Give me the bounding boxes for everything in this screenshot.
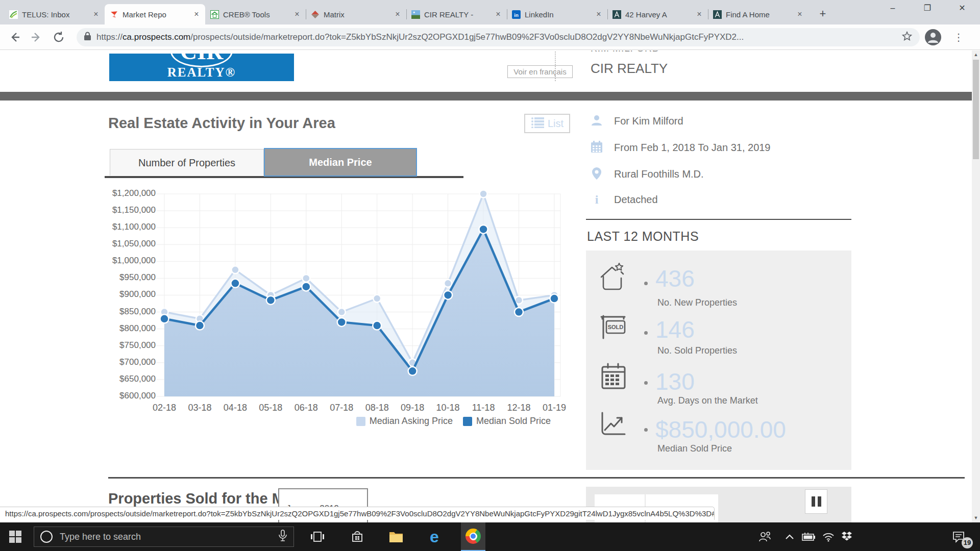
x-axis-label: 12-18 <box>501 403 537 413</box>
report-info-row: For Kim Milford <box>590 114 683 128</box>
stat-bullet <box>644 282 648 285</box>
wifi-icon[interactable] <box>820 522 837 551</box>
x-axis-label: 03-18 <box>182 403 217 413</box>
lock-icon <box>84 32 91 43</box>
tab-median-price[interactable]: Median Price <box>264 148 417 177</box>
windows-taskbar: Type here to search e ENGUS 12:11 PM2019… <box>0 522 980 551</box>
browser-tab-42-harvey-a[interactable]: 42 Harvey A× <box>607 4 708 24</box>
stat-value: 436 <box>655 265 695 292</box>
reload-icon[interactable] <box>52 31 65 44</box>
tab-title: Market Repo <box>122 10 192 19</box>
people-icon[interactable] <box>754 522 775 551</box>
tab-close-icon[interactable]: × <box>795 10 804 19</box>
bookmark-star-icon[interactable] <box>901 31 913 44</box>
dropbox-icon[interactable] <box>838 522 855 551</box>
findahome-favicon <box>713 10 722 19</box>
report-info-text: From Feb 1, 2018 To Jan 31, 2019 <box>614 142 771 154</box>
back-icon[interactable] <box>8 31 21 44</box>
stat-bullet <box>644 381 648 385</box>
tab-title: Matrix <box>324 10 393 19</box>
tab-close-icon[interactable]: × <box>494 10 503 19</box>
y-axis-label: $650,000 <box>77 374 156 384</box>
scrollbar-thumb[interactable] <box>973 60 979 159</box>
x-axis-label: 09-18 <box>395 403 430 413</box>
x-axis-label: 08-18 <box>359 403 395 413</box>
tab-title: 42 Harvey A <box>625 10 695 19</box>
scrollbar-up-icon[interactable]: ▲ <box>972 51 980 59</box>
page-scrollbar[interactable]: ▲ ▼ <box>972 51 980 522</box>
window-close-button[interactable]: ✕ <box>950 0 974 17</box>
legend-item: Median Sold Price <box>463 416 551 427</box>
stat-value: $850,000.00 <box>655 416 786 443</box>
tab-close-icon[interactable]: × <box>91 10 101 19</box>
calendar-icon <box>590 140 604 155</box>
tab-close-icon[interactable]: × <box>393 10 402 19</box>
tab-close-icon[interactable]: × <box>594 10 603 19</box>
browser-tab-creb-tools[interactable]: CREB® Tools× <box>205 4 306 24</box>
legend-item: Median Asking Price <box>356 416 453 427</box>
cortana-icon <box>40 531 53 543</box>
last-12-months-title: LAST 12 MONTHS <box>587 229 699 244</box>
microphone-icon[interactable] <box>278 530 287 544</box>
browser-tab-market-repo[interactable]: Market Repo× <box>105 4 205 24</box>
tab-close-icon[interactable]: × <box>192 10 201 19</box>
tray-chevron-icon[interactable] <box>782 522 797 551</box>
layout-toggle-button[interactable] <box>805 489 827 514</box>
browser-tab-linkedin[interactable]: inLinkedIn× <box>507 4 607 24</box>
task-view-button[interactable] <box>305 522 330 551</box>
x-axis-label: 05-18 <box>253 403 288 413</box>
browser-menu-icon[interactable]: ⋮ <box>953 30 964 45</box>
legend-label: Median Asking Price <box>370 416 453 427</box>
section-divider <box>108 477 965 479</box>
y-axis-label: $1,100,000 <box>77 222 156 232</box>
trend-icon <box>598 408 628 437</box>
window-minimize-button[interactable]: – <box>881 0 904 17</box>
info-icon: i <box>590 192 604 207</box>
tab-title: LinkedIn <box>525 10 594 19</box>
svg-text:in: in <box>514 12 519 17</box>
sidebar-divider <box>586 219 851 220</box>
taskbar-search-placeholder: Type here to search <box>60 532 278 542</box>
address-bar[interactable]: https://ca.prospects.com/prospects/outsi… <box>77 28 920 46</box>
legend-swatch <box>463 417 472 426</box>
taskbar-search-input[interactable]: Type here to search <box>34 527 294 547</box>
stat-label: Avg. Days on the Market <box>657 395 758 406</box>
market-report-page: CIR REALTY® MARKET REPORT Voir en frança… <box>0 51 972 522</box>
x-axis-label: 04-18 <box>217 403 253 413</box>
window-restore-button[interactable]: ❐ <box>916 0 939 17</box>
cir-realty-logo: CIR REALTY® <box>109 54 294 81</box>
stat-value: 130 <box>655 368 695 395</box>
new-tab-button[interactable]: + <box>816 7 830 21</box>
start-button[interactable] <box>0 522 31 551</box>
tab-close-icon[interactable]: × <box>695 10 704 19</box>
list-view-button[interactable]: List <box>524 114 570 133</box>
x-axis-label: 01-19 <box>536 403 572 413</box>
tab-close-icon[interactable]: × <box>292 10 302 19</box>
stat-value: 146 <box>655 316 695 343</box>
linkedin-favicon: in <box>512 10 521 19</box>
chrome-button[interactable] <box>461 522 485 551</box>
header-band <box>0 92 972 101</box>
tab-number-of-properties[interactable]: Number of Properties <box>110 149 264 176</box>
tab-title: TELUS: Inbox <box>22 10 91 19</box>
x-axis-label: 11-18 <box>465 403 501 413</box>
browser-tab-cir-realty[interactable]: CIR REALTY -× <box>406 4 507 24</box>
notification-badge: 19 <box>962 537 973 548</box>
page-title: Real Estate Activity in Your Area <box>108 115 335 132</box>
forward-icon[interactable] <box>30 31 43 44</box>
list-button-label: List <box>548 118 564 130</box>
file-explorer-button[interactable] <box>384 522 408 551</box>
battery-icon[interactable] <box>800 522 818 551</box>
report-info-row: Rural Foothills M.D. <box>590 167 704 181</box>
edge-button[interactable]: e <box>422 522 447 551</box>
scrollbar-down-icon[interactable]: ▼ <box>972 514 980 522</box>
browser-tab-find-a-home[interactable]: Find A Home× <box>708 4 808 24</box>
voir-en-francais-button[interactable]: Voir en français <box>507 65 573 78</box>
svg-text:SOLD: SOLD <box>608 324 624 330</box>
profile-avatar[interactable] <box>925 29 941 45</box>
browser-tab-matrix[interactable]: Matrix× <box>306 4 406 24</box>
microsoft-store-button[interactable] <box>345 522 370 551</box>
y-axis-label: $800,000 <box>77 323 156 334</box>
browser-tab-telus-inbox[interactable]: TELUS: Inbox× <box>4 4 105 24</box>
chart-legend: Median Asking PriceMedian Sold Price <box>356 416 551 427</box>
